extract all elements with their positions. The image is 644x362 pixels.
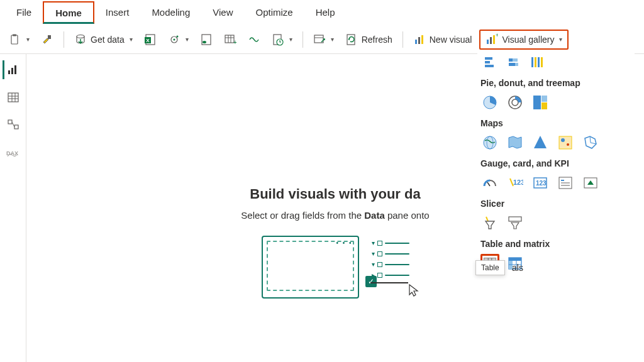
onelake-button[interactable]: ▾	[164, 31, 192, 48]
svg-rect-44	[509, 58, 513, 62]
database-icon	[74, 33, 87, 46]
cursor-icon	[408, 283, 421, 299]
bar-chart-plus-icon: +	[486, 33, 498, 46]
visual-gallery-dropdown: Pie, donut, and treemap Maps Gauge, card…	[477, 53, 635, 273]
svg-rect-30	[11, 68, 13, 74]
viz-arcgis-icon[interactable]	[556, 133, 575, 152]
chevron-down-icon: ▾	[130, 36, 133, 43]
svg-rect-41	[485, 57, 492, 60]
get-data-button[interactable]: Get data ▾	[70, 31, 136, 48]
svg-rect-55	[533, 96, 541, 109]
canvas-placeholder: Build visuals with your da Select or dra…	[159, 186, 511, 299]
excel-button[interactable]: X	[140, 31, 160, 48]
chevron-down-icon: ▾	[559, 36, 562, 43]
svg-rect-50	[538, 57, 540, 67]
viz-filled-map-icon[interactable]	[506, 133, 525, 152]
hub-icon	[168, 33, 180, 46]
menu-home[interactable]: Home	[43, 1, 94, 24]
viz-100-bar-icon[interactable]	[528, 53, 547, 72]
report-view-button[interactable]	[3, 60, 21, 79]
svg-point-62	[567, 143, 569, 146]
svg-rect-51	[541, 57, 543, 67]
svg-rect-37	[8, 120, 12, 124]
dax-view-button[interactable]: DAX	[4, 143, 23, 162]
svg-point-9	[176, 35, 178, 37]
separator	[64, 31, 64, 48]
viz-map-icon[interactable]	[480, 133, 499, 152]
viz-stacked-bar-icon[interactable]	[504, 53, 523, 72]
refresh-icon	[345, 33, 358, 46]
svg-rect-26	[490, 37, 492, 44]
viz-pie-icon[interactable]	[480, 93, 499, 112]
svg-rect-0	[11, 35, 18, 44]
refresh-label: Refresh	[362, 35, 392, 45]
separator	[303, 31, 303, 48]
svg-rect-25	[487, 40, 489, 44]
menu-modeling[interactable]: Modeling	[140, 2, 201, 23]
viz-slicer-new-icon[interactable]	[480, 214, 499, 233]
dataverse-button[interactable]	[244, 31, 264, 48]
table-view-button[interactable]	[4, 88, 23, 107]
dataverse-icon	[248, 33, 260, 46]
viz-clustered-bar-icon[interactable]	[480, 53, 499, 72]
paste-button[interactable]: ▾	[5, 31, 33, 48]
menu-help[interactable]: Help	[304, 2, 347, 23]
svg-text:123: 123	[513, 178, 523, 186]
model-view-button[interactable]	[4, 116, 23, 134]
svg-point-3	[77, 35, 84, 38]
viz-slicer-icon[interactable]	[506, 214, 525, 233]
viz-treemap-icon[interactable]	[531, 93, 550, 112]
viz-gauge-icon[interactable]	[480, 173, 499, 192]
svg-rect-42	[485, 61, 490, 63]
menu-file[interactable]: File	[5, 2, 43, 23]
left-rail: DAX	[0, 54, 26, 362]
svg-rect-43	[485, 65, 494, 67]
toolbar: ▾ Get data ▾ X ▾ + ▾ ▾ Refresh New visua…	[0, 25, 644, 54]
chevron-down-icon: ▾	[186, 36, 189, 43]
visual-gallery-button[interactable]: + Visual gallery ▾	[479, 30, 569, 50]
svg-rect-46	[509, 63, 515, 66]
transform-data-button[interactable]: ▾	[309, 31, 338, 48]
viz-shape-map-icon[interactable]	[581, 133, 600, 152]
clipboard-icon	[9, 33, 21, 46]
gallery-section-table: Table and matrix	[480, 239, 635, 249]
refresh-button[interactable]: Refresh	[341, 31, 396, 48]
menu-view[interactable]: View	[201, 2, 244, 23]
visual-gallery-label: Visual gallery	[502, 35, 554, 45]
checkbox-icon: ✓	[365, 276, 377, 287]
svg-rect-60	[559, 136, 572, 149]
model-icon	[7, 119, 19, 131]
svg-text:+: +	[233, 39, 236, 46]
enter-data-button[interactable]: +	[220, 31, 240, 48]
svg-text:123: 123	[536, 180, 547, 187]
viz-multi-card-icon[interactable]: 123	[531, 173, 550, 192]
format-painter-button[interactable]	[37, 31, 57, 48]
viz-card-icon[interactable]: 123	[506, 173, 525, 192]
svg-rect-45	[513, 58, 518, 62]
bar-chart-icon	[413, 33, 426, 46]
chevron-down-icon: ▾	[26, 36, 30, 43]
svg-point-11	[203, 41, 206, 43]
viz-azure-map-icon[interactable]	[531, 133, 550, 152]
sql-button[interactable]	[196, 31, 216, 48]
svg-rect-2	[48, 35, 51, 39]
viz-donut-icon[interactable]	[506, 93, 525, 112]
svg-rect-38	[14, 125, 18, 129]
excel-icon: X	[144, 33, 157, 46]
recent-sources-button[interactable]: ▾	[268, 31, 296, 48]
svg-rect-12	[225, 35, 234, 43]
viz-kpi-icon[interactable]	[581, 173, 600, 192]
gallery-section-gauge: Gauge, card, and KPI	[480, 158, 635, 168]
svg-text:+: +	[496, 33, 498, 38]
svg-rect-32	[8, 93, 18, 102]
menu-optimize[interactable]: Optimize	[245, 2, 304, 23]
svg-rect-47	[515, 63, 518, 66]
viz-multirow-card-icon[interactable]	[556, 173, 575, 192]
menu-insert[interactable]: Insert	[94, 2, 141, 23]
new-visual-button[interactable]: New visual	[409, 31, 476, 48]
svg-rect-56	[541, 96, 547, 102]
recent-icon	[272, 33, 284, 46]
svg-line-39	[12, 122, 14, 127]
svg-rect-27	[493, 35, 495, 44]
gallery-section-pie: Pie, donut, and treemap	[480, 78, 635, 88]
